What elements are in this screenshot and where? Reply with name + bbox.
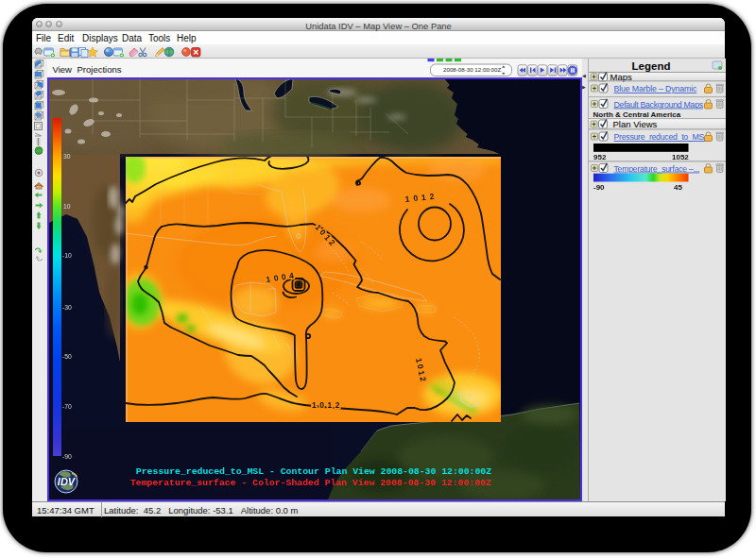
svg-text:2008-08-30 12:00:00Z: 2008-08-30 12:00:00Z	[443, 66, 501, 73]
svg-text:Plan Views: Plan Views	[612, 119, 657, 129]
svg-text:North & Central America: North & Central America	[593, 110, 680, 119]
svg-text:1012: 1012	[312, 400, 343, 410]
svg-text:10: 10	[63, 203, 71, 210]
svg-text:Temperature_surface –...: Temperature_surface –...	[613, 164, 699, 174]
svg-text:-90: -90	[593, 183, 605, 192]
svg-text:-30: -30	[62, 304, 72, 311]
svg-text:45: 45	[674, 183, 682, 192]
svg-text:30: 30	[63, 153, 71, 160]
svg-text:-10: -10	[62, 252, 72, 259]
svg-text:-50: -50	[62, 353, 72, 360]
svg-text:-70: -70	[62, 403, 72, 410]
svg-text:952: 952	[593, 153, 607, 161]
svg-text:Maps: Maps	[610, 72, 631, 82]
svg-text:IDV: IDV	[57, 476, 76, 487]
svg-text:Default Background Maps: Default Background Maps	[613, 100, 703, 110]
svg-text:Pressure_reduced_to_MS...: Pressure_reduced_to_MS...	[613, 132, 710, 142]
svg-text:1052: 1052	[672, 153, 689, 161]
svg-text:Blue Marble – Dynamic: Blue Marble – Dynamic	[613, 84, 697, 93]
svg-text:Temperature_surface - Color-Sh: Temperature_surface - Color-Shaded Plan …	[129, 478, 490, 488]
svg-text:-90: -90	[62, 453, 72, 460]
svg-text:Pressure_reduced_to_MSL - Cont: Pressure_reduced_to_MSL - Contour Plan V…	[135, 466, 490, 477]
svg-text:Legend: Legend	[631, 60, 670, 72]
